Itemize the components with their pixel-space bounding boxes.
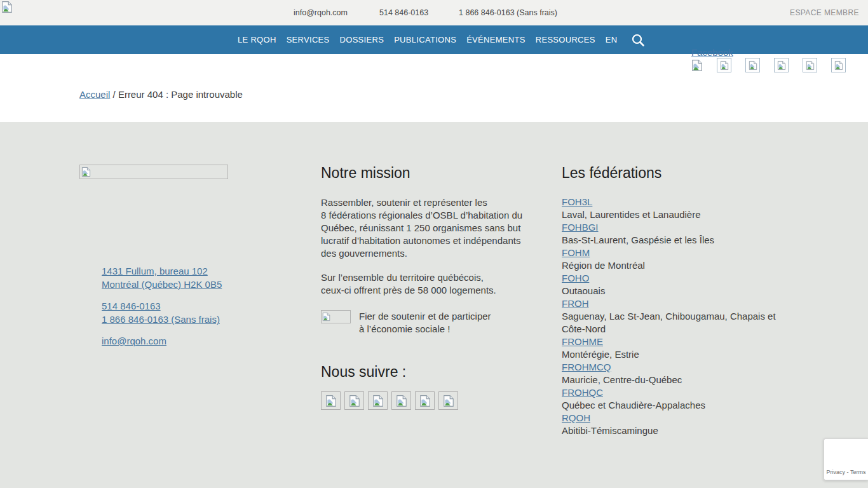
nav-item-dossiers[interactable]: DOSSIERS — [340, 35, 384, 44]
federation-link-fohbgi[interactable]: FOHBGI — [562, 221, 599, 234]
broken-image-icon — [372, 395, 384, 407]
broken-image-icon — [443, 395, 454, 407]
federation-region: Outaouais — [562, 285, 793, 297]
main-menu: LE RQOH SERVICES DOSSIERS PUBLICATIONS É… — [238, 25, 645, 54]
federation-link-foho[interactable]: FOHO — [562, 272, 589, 285]
footer: 1431 Fullum, bureau 102 Montréal (Québec… — [0, 122, 868, 488]
facebook-link[interactable]: Facebook — [691, 47, 733, 58]
broken-image-icon — [720, 60, 729, 71]
breadcrumb-separator: / — [113, 89, 118, 100]
search-icon[interactable] — [631, 33, 645, 47]
broken-image-icon — [396, 395, 407, 407]
espace-membre-link[interactable]: ESPACE MEMBRE — [790, 8, 859, 17]
broken-image-icon — [1, 1, 13, 16]
footer-federations-column: Les fédérations FOH3L Laval, Laurentides… — [562, 164, 793, 437]
federation-region: Montérégie, Estrie — [562, 348, 793, 361]
recaptcha-badge[interactable]: Privacy - Terms — [824, 438, 868, 480]
footer-social-link-1[interactable] — [321, 391, 341, 410]
footer-social-link-4[interactable] — [391, 391, 411, 410]
federation-link-rqoh[interactable]: RQOH — [562, 412, 590, 424]
topbar-phone-link[interactable]: 514 846-0163 — [379, 8, 428, 17]
federation-link-foh3l[interactable]: FOH3L — [562, 196, 592, 208]
breadcrumb-current: Erreur 404 : Page introuvable — [118, 89, 243, 100]
address-line2-link[interactable]: Montréal (Québec) H2K 0B5 — [102, 278, 222, 291]
mission-title: Notre mission — [321, 164, 551, 182]
footer-social-icons — [321, 391, 551, 410]
social-link-5[interactable] — [803, 58, 817, 72]
address-line1-link[interactable]: 1431 Fullum, bureau 102 — [102, 264, 208, 278]
broken-image-icon — [81, 166, 91, 177]
nav-item-evenements[interactable]: ÉVÉNEMENTS — [466, 35, 526, 44]
footer-contact-column: 1431 Fullum, bureau 102 Montréal (Québec… — [79, 165, 238, 356]
rqoh-logo-broken-image[interactable] — [79, 165, 228, 179]
federation-link-frohme[interactable]: FROHME — [562, 336, 603, 348]
broken-image-icon — [325, 395, 337, 407]
social-link-1[interactable] — [691, 59, 703, 72]
footer-tollfree-link[interactable]: 1 866 846-0163 (Sans frais) — [102, 313, 220, 326]
social-link-3[interactable] — [745, 58, 760, 72]
top-utility-bar: info@rqoh.com 514 846-0163 1 866 846-016… — [0, 0, 868, 25]
footer-email-link[interactable]: info@rqoh.com — [102, 334, 166, 348]
federation-region: Mauricie, Centre-du-Québec — [562, 374, 793, 386]
nav-item-services[interactable]: SERVICES — [287, 35, 330, 44]
broken-image-icon — [749, 60, 757, 71]
nav-item-le-rqoh[interactable]: LE RQOH — [238, 35, 276, 44]
footer-mission-column: Notre mission Rassembler, soutenir et re… — [321, 164, 551, 410]
federation-link-froh[interactable]: FROH — [562, 297, 589, 310]
federation-region: Saguenay, Lac St-Jean, Chibougamau, Chap… — [562, 310, 793, 336]
broken-image-icon — [691, 59, 703, 72]
federations-title: Les fédérations — [562, 164, 793, 182]
mission-paragraph-2: Sur l’ensemble du territoire québécois, … — [321, 271, 551, 297]
federation-region: Québec et Chaudière-Appalaches — [562, 399, 793, 412]
footer-social-link-3[interactable] — [368, 391, 388, 410]
badge-text: Fier de soutenir et de participer à l’éc… — [359, 310, 491, 335]
topbar-email-link[interactable]: info@rqoh.com — [294, 8, 348, 17]
federation-region: Laval, Laurentides et Lanaudière — [562, 208, 793, 221]
federation-link-frohqc[interactable]: FROHQC — [562, 386, 603, 399]
badge-broken-image — [321, 310, 351, 323]
social-link-6[interactable] — [831, 58, 846, 72]
social-link-4[interactable] — [774, 58, 789, 72]
breadcrumb: Accueil / Erreur 404 : Page introuvable — [79, 89, 243, 100]
footer-phone-link[interactable]: 514 846-0163 — [102, 299, 161, 313]
nav-item-publications[interactable]: PUBLICATIONS — [394, 35, 456, 44]
broken-image-icon — [349, 395, 360, 407]
broken-image-icon — [806, 60, 815, 71]
federation-link-frohmcq[interactable]: FROHMCQ — [562, 361, 611, 374]
mission-paragraph-1: Rassembler, soutenir et représenter les … — [321, 196, 551, 260]
federation-region: Abitibi-Témiscamingue — [562, 424, 793, 437]
breadcrumb-home-link[interactable]: Accueil — [79, 89, 110, 100]
topbar-tollfree-link[interactable]: 1 866 846-0163 (Sans frais) — [459, 8, 557, 17]
follow-title: Nous suivre : — [321, 363, 551, 381]
footer-address: 1431 Fullum, bureau 102 Montréal (Québec… — [102, 264, 238, 348]
footer-social-link-6[interactable] — [438, 391, 458, 410]
social-economy-badge: Fier de soutenir et de participer à l’éc… — [321, 310, 551, 335]
federation-region: Bas-St-Laurent, Gaspésie et les Îles — [562, 234, 793, 247]
main-navbar: LE RQOH SERVICES DOSSIERS PUBLICATIONS É… — [0, 25, 868, 54]
footer-social-link-5[interactable] — [415, 391, 435, 410]
broken-image-icon — [419, 395, 431, 407]
federation-link-fohm[interactable]: FOHM — [562, 247, 590, 259]
federation-region: Région de Montréal — [562, 259, 793, 272]
recaptcha-privacy-terms[interactable]: Privacy - Terms — [824, 469, 868, 475]
footer-social-link-2[interactable] — [344, 391, 364, 410]
nav-item-en[interactable]: EN — [606, 35, 618, 44]
nav-item-ressources[interactable]: RESSOURCES — [536, 35, 595, 44]
broken-image-icon — [777, 60, 786, 71]
broken-image-icon — [322, 312, 330, 322]
federations-list: FOH3L Laval, Laurentides et Lanaudière F… — [562, 196, 793, 437]
social-link-2[interactable] — [717, 58, 731, 72]
broken-image-icon — [834, 60, 843, 71]
